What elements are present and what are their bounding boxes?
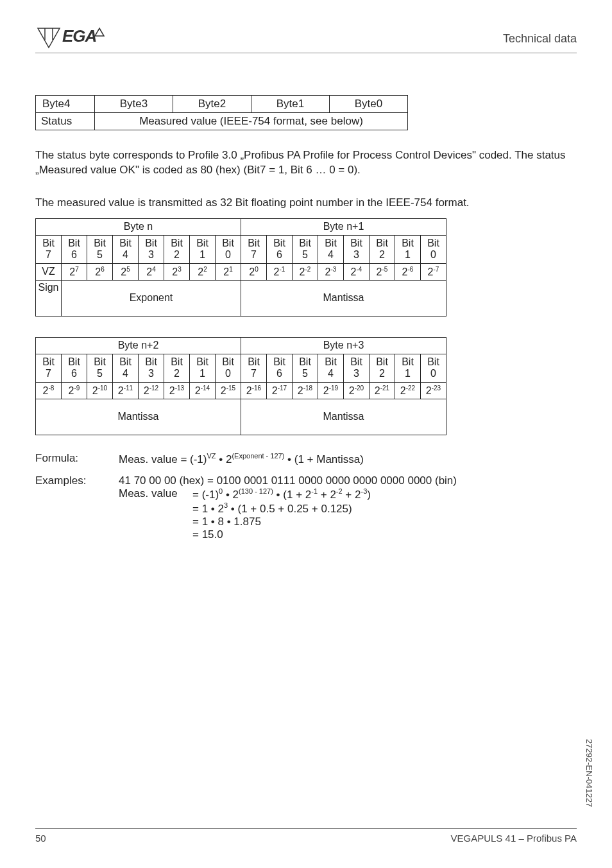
power-cell: 20 [241, 263, 267, 280]
power-cell: 23 [164, 263, 190, 280]
bit-cell: Bit5 [293, 235, 318, 263]
examples-label: Examples: [35, 474, 119, 541]
bit-cell: Bit7 [241, 235, 267, 263]
byte-header-0: Byte0 [330, 96, 408, 113]
field-label: Exponent [62, 280, 241, 316]
bit-cell: Bit4 [318, 354, 344, 382]
bit-cell: Bit6 [267, 354, 293, 382]
power-cell: 2-1 [267, 263, 293, 280]
power-cell: 2-23 [421, 382, 446, 399]
status-cell: Status [36, 113, 95, 130]
bit-cell: Bit6 [62, 235, 87, 263]
page-number: 50 [35, 833, 46, 844]
byte-header-4: Byte4 [36, 96, 95, 113]
power-cell: 2-19 [318, 382, 344, 399]
formula-body: Meas. value = (-1)VZ • 2(Exponent - 127)… [119, 452, 577, 466]
power-cell: 2-8 [36, 382, 62, 399]
bit-cell: Bit2 [164, 354, 190, 382]
bit-cell: Bit2 [370, 354, 395, 382]
bit-cell: Bit3 [139, 235, 164, 263]
byte-header-1: Byte1 [251, 96, 330, 113]
power-cell: 2-10 [87, 382, 113, 399]
power-cell: 2-11 [113, 382, 139, 399]
vega-logo: EGA [35, 26, 106, 50]
power-cell: 21 [216, 263, 241, 280]
power-cell: 22 [190, 263, 216, 280]
bit-cell: Bit6 [267, 235, 293, 263]
bit-cell: Bit4 [113, 235, 139, 263]
document-title: VEGAPULS 41 – Profibus PA [451, 833, 577, 844]
power-cell: 25 [113, 263, 139, 280]
power-cell: VZ [36, 263, 62, 280]
measured-value-cell: Measured value (IEEE-754 format, see bel… [95, 113, 408, 130]
bit-cell: Bit0 [216, 235, 241, 263]
power-cell: 2-3 [318, 263, 344, 280]
power-cell: 2-13 [164, 382, 190, 399]
power-cell: 2-21 [370, 382, 395, 399]
power-cell: 2-2 [293, 263, 318, 280]
ieee754-bit-table-1: Byte nByte n+1Bit7Bit6Bit5Bit4Bit3Bit2Bi… [35, 218, 446, 317]
section-title: Technical data [503, 26, 577, 46]
power-cell: 2-6 [395, 263, 421, 280]
power-cell: 2-17 [267, 382, 293, 399]
formula-label: Formula: [35, 452, 119, 466]
bit-cell: Bit6 [62, 354, 87, 382]
power-cell: 2-12 [139, 382, 164, 399]
bit-cell: Bit7 [241, 354, 267, 382]
example-hex-bin: 41 70 00 00 (hex) = 0100 0001 0111 0000 … [119, 474, 577, 487]
byte-group-header: Byte n+3 [241, 337, 446, 354]
bit-cell: Bit7 [36, 354, 62, 382]
paragraph-1: The status byte corresponds to Profile 3… [35, 148, 577, 178]
bit-cell: Bit5 [87, 354, 113, 382]
bit-cell: Bit2 [164, 235, 190, 263]
example-line3: = 1 • 23 • (1 + 0.5 + 0.25 + 0.125) [192, 501, 352, 516]
bit-cell: Bit0 [216, 354, 241, 382]
power-cell: 2-15 [216, 382, 241, 399]
paragraph-2: The measured value is transmitted as 32 … [35, 196, 577, 211]
svg-marker-0 [38, 28, 60, 48]
example-line2: = (-1)0 • 2(130 - 127) • (1 + 2-1 + 2-2 … [192, 487, 371, 501]
bit-cell: Bit1 [395, 354, 421, 382]
field-label: Mantissa [241, 399, 446, 435]
bit-cell: Bit5 [87, 235, 113, 263]
byte-group-header: Byte n+1 [241, 218, 446, 235]
power-cell: 2-5 [370, 263, 395, 280]
power-cell: 2-4 [344, 263, 370, 280]
power-cell: 27 [62, 263, 87, 280]
bit-cell: Bit3 [344, 354, 370, 382]
svg-text:EGA: EGA [62, 26, 96, 46]
example-line4: = 1 • 8 • 1.875 [192, 516, 261, 528]
bit-cell: Bit1 [190, 235, 216, 263]
field-label: Sign [36, 280, 62, 316]
bit-cell: Bit2 [370, 235, 395, 263]
byte-header-2: Byte2 [173, 96, 251, 113]
byte-group-header: Byte n [36, 218, 241, 235]
bit-cell: Bit3 [344, 235, 370, 263]
bit-cell: Bit7 [36, 235, 62, 263]
example-line5: = 15.0 [192, 528, 223, 541]
bit-cell: Bit4 [113, 354, 139, 382]
power-cell: 2-18 [293, 382, 318, 399]
bit-cell: Bit1 [395, 235, 421, 263]
page-footer: 50 VEGAPULS 41 – Profibus PA [35, 828, 577, 844]
bit-cell: Bit0 [421, 235, 446, 263]
byte-layout-table: Byte4 Byte3 Byte2 Byte1 Byte0 Status Mea… [35, 95, 408, 130]
field-label: Mantissa [36, 399, 241, 435]
bit-cell: Bit0 [421, 354, 446, 382]
bit-cell: Bit4 [318, 235, 344, 263]
page-header: EGA Technical data [35, 26, 577, 53]
power-cell: 2-22 [395, 382, 421, 399]
power-cell: 2-20 [344, 382, 370, 399]
ieee754-bit-table-2: Byte n+2Byte n+3Bit7Bit6Bit5Bit4Bit3Bit2… [35, 337, 446, 435]
power-cell: 2-7 [421, 263, 446, 280]
document-code: 27292-EN-041227 [584, 739, 594, 807]
field-label: Mantissa [241, 280, 446, 316]
bit-cell: Bit5 [293, 354, 318, 382]
power-cell: 2-16 [241, 382, 267, 399]
power-cell: 2-14 [190, 382, 216, 399]
power-cell: 24 [139, 263, 164, 280]
bit-cell: Bit3 [139, 354, 164, 382]
byte-group-header: Byte n+2 [36, 337, 241, 354]
power-cell: 26 [87, 263, 113, 280]
bit-cell: Bit1 [190, 354, 216, 382]
